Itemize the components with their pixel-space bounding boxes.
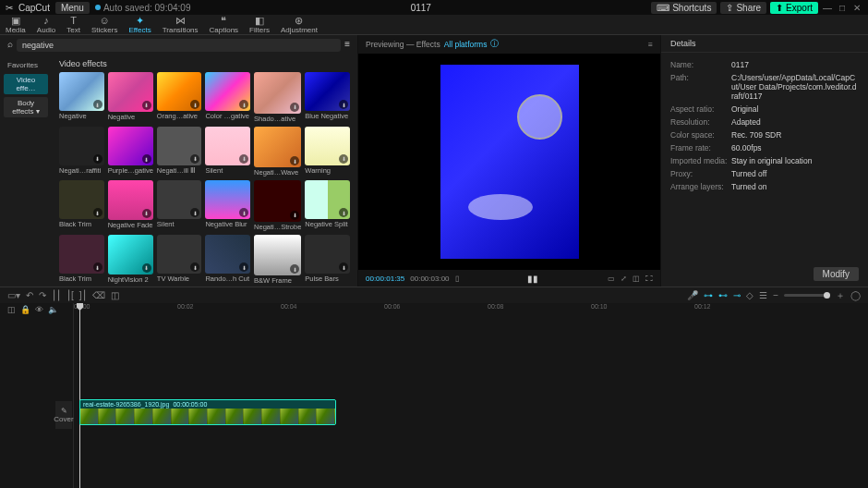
trim-right-icon[interactable]: ]⎮ (79, 290, 87, 300)
effect-thumb[interactable]: ⬇TV Warble (157, 235, 202, 286)
prev-marker-icon[interactable]: ▯ (455, 274, 459, 283)
export-button[interactable]: ⬆ Export (770, 2, 818, 14)
tab-captions[interactable]: ❝Captions (204, 16, 245, 34)
effect-thumb[interactable]: ⬇Silent (205, 127, 250, 177)
tab-filters[interactable]: ◧Filters (244, 16, 275, 34)
tab-stickers[interactable]: ☺Stickers (86, 16, 123, 34)
effect-thumb[interactable]: ⬇B&W Frame (254, 235, 301, 286)
sidenav-favorites[interactable]: Favorites (4, 59, 48, 71)
download-icon[interactable]: ⬇ (339, 262, 348, 272)
zoom-slider[interactable] (784, 294, 830, 297)
play-pause-button[interactable]: ▮▮ (464, 274, 602, 284)
download-icon[interactable]: ⬇ (190, 262, 199, 272)
effect-thumb[interactable]: ⬇Purple…gative (108, 127, 153, 177)
effect-thumb[interactable]: ⬇Negative (108, 72, 153, 123)
download-icon[interactable]: ⬇ (339, 100, 348, 109)
download-icon[interactable]: ⬇ (93, 154, 102, 164)
sort-icon[interactable]: ≡ (344, 39, 350, 52)
effect-thumb[interactable]: ⬇Orang…ative (157, 72, 202, 123)
modify-button[interactable]: Modify (814, 267, 859, 281)
info-icon[interactable]: ⓘ (490, 39, 499, 50)
undo-icon[interactable]: ↶ (26, 290, 33, 300)
download-icon[interactable]: ⬇ (290, 264, 299, 274)
effect-thumb[interactable]: ⬇Negati…raffiti (59, 127, 104, 177)
zoom-out-icon[interactable]: − (773, 290, 778, 300)
download-icon[interactable]: ⬇ (142, 101, 151, 110)
download-icon[interactable]: ⬇ (239, 208, 248, 217)
search-input[interactable] (17, 39, 341, 52)
download-icon[interactable]: ⬇ (290, 156, 299, 165)
platform-chip[interactable]: All platforms (444, 40, 488, 49)
scale-icon[interactable]: ⤢ (621, 274, 627, 283)
preview-menu-icon[interactable]: ≡ (648, 40, 653, 49)
zoom-in-icon[interactable]: ＋ (836, 289, 845, 302)
sidenav-body-effects[interactable]: Body effects ▾ (4, 97, 48, 117)
download-icon[interactable]: ⬇ (190, 208, 199, 217)
effect-thumb[interactable]: ⬇Rando…h Cut (205, 235, 250, 286)
download-icon[interactable]: ⬇ (290, 103, 299, 112)
effect-thumb[interactable]: ⬇Shado…ative (254, 72, 301, 123)
effect-thumb[interactable]: ⬇Black Trim (59, 180, 104, 231)
download-icon[interactable]: ⬇ (190, 100, 199, 109)
shortcuts-button[interactable]: ⌨ Shortcuts (651, 2, 717, 14)
download-icon[interactable]: ⬇ (239, 262, 248, 272)
download-icon[interactable]: ⬇ (93, 100, 102, 109)
sidenav-video-effects[interactable]: Video effe… (4, 74, 48, 94)
download-icon[interactable]: ⬇ (239, 100, 248, 109)
preview-canvas[interactable] (358, 54, 660, 270)
download-icon[interactable]: ⬇ (339, 208, 348, 217)
playhead[interactable] (79, 303, 80, 488)
ratio-icon[interactable]: ▭ (608, 274, 615, 283)
split-icon[interactable]: ⎮⎮ (52, 290, 61, 300)
preview-snap-icon[interactable]: ⊸ (733, 290, 741, 300)
effect-thumb[interactable]: ⬇Blue Negative (305, 72, 350, 123)
video-clip[interactable]: real-estate-9265386_1920.jpg 00:00:05:00 (79, 399, 336, 425)
maximize-icon[interactable]: □ (837, 3, 848, 13)
effect-thumb[interactable]: ⬇Negati…Wave (254, 127, 301, 177)
effect-thumb[interactable]: ⬇Color …gative (205, 72, 250, 123)
download-icon[interactable]: ⬇ (239, 154, 248, 164)
effect-thumb[interactable]: ⬇Negative Fade (108, 180, 153, 231)
effect-thumb[interactable]: ⬇Black Trim (59, 235, 104, 286)
effect-thumb[interactable]: ⬇Negative Blur (205, 180, 250, 231)
marker-icon[interactable]: ◇ (746, 290, 753, 300)
crop-icon[interactable]: ◫ (111, 290, 119, 300)
download-icon[interactable]: ⬇ (190, 154, 199, 164)
minimize-icon[interactable]: — (822, 3, 833, 13)
tab-effects[interactable]: ✦Effects (123, 16, 156, 34)
fullscreen-icon[interactable]: ⛶ (645, 274, 653, 283)
effect-thumb[interactable]: ⬇Negative (59, 72, 104, 123)
effect-thumb[interactable]: ⬇Negative Split (305, 180, 350, 231)
tracks-icon[interactable]: ☰ (759, 290, 767, 300)
tab-text[interactable]: TText (61, 16, 86, 34)
redo-icon[interactable]: ↷ (39, 290, 46, 300)
close-icon[interactable]: ✕ (851, 3, 862, 13)
effect-thumb[interactable]: ⬇Negati…Strobe (254, 180, 301, 231)
tab-adjustment[interactable]: ⊛Adjustment (275, 16, 323, 34)
effect-thumb[interactable]: ⬇Silent (157, 180, 202, 231)
download-icon[interactable]: ⬇ (142, 263, 151, 273)
link-icon[interactable]: ⊷ (718, 290, 728, 300)
tab-transitions[interactable]: ⋈Transitions (157, 16, 204, 34)
download-icon[interactable]: ⬇ (290, 211, 299, 220)
track-hide-icon[interactable]: 👁 (35, 305, 43, 314)
download-icon[interactable]: ⬇ (142, 154, 151, 164)
mic-icon[interactable]: 🎤 (687, 290, 698, 300)
download-icon[interactable]: ⬇ (93, 262, 102, 272)
compare-icon[interactable]: ◫ (633, 274, 640, 283)
menu-button[interactable]: Menu (55, 2, 90, 14)
download-icon[interactable]: ⬇ (93, 208, 102, 217)
track-collapse-icon[interactable]: ◫ (7, 305, 16, 314)
delete-icon[interactable]: ⌫ (92, 290, 105, 300)
share-button[interactable]: ⇪ Share (720, 2, 766, 14)
effect-thumb[interactable]: ⬇Warning (305, 127, 350, 177)
track-mute-icon[interactable]: 🔈 (48, 305, 58, 314)
effect-thumb[interactable]: ⬇NightVision 2 (108, 235, 153, 286)
effect-thumb[interactable]: ⬇Negati…ill Ⅲ (157, 127, 202, 177)
effect-thumb[interactable]: ⬇Pulse Bars (305, 235, 350, 286)
download-icon[interactable]: ⬇ (142, 209, 151, 218)
track-lock-icon[interactable]: 🔒 (20, 305, 30, 314)
zoom-fit-icon[interactable]: ◯ (850, 290, 861, 300)
tab-audio[interactable]: ♪Audio (31, 16, 61, 34)
download-icon[interactable]: ⬇ (339, 154, 348, 164)
